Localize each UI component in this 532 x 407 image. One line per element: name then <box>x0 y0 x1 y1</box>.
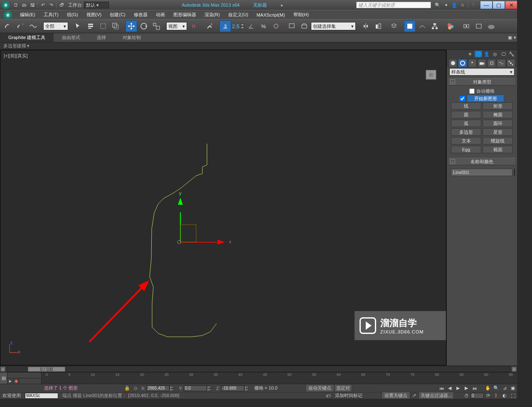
btn-arc[interactable]: 弧 <box>451 120 481 127</box>
qat-save-icon[interactable]: 🖫 <box>28 1 37 9</box>
ribbon-minimize-icon[interactable]: ▣ ▾ <box>507 35 517 40</box>
next-frame-icon[interactable]: ▶ <box>463 385 470 392</box>
cp-sun-icon[interactable]: ☀ <box>466 51 474 57</box>
btn-text[interactable]: 文本 <box>451 137 481 145</box>
btn-ngon[interactable]: 多边形 <box>451 128 481 136</box>
menu-modifiers[interactable]: 修改器 <box>130 12 152 18</box>
zoom-region-icon[interactable]: ▣ <box>509 385 517 392</box>
named-selection-dropdown[interactable]: 创建选择集▾ <box>311 22 356 30</box>
btn-donut[interactable]: 圆环 <box>483 120 513 127</box>
ref-coord-dropdown[interactable]: 视图▾ <box>166 22 187 30</box>
cp-person-icon[interactable]: 👤 <box>483 51 490 57</box>
ribbon-panel-label[interactable]: 多边形建模▾ <box>0 42 517 50</box>
select-window-icon[interactable] <box>110 20 121 32</box>
menu-grapheditors[interactable]: 图形编辑器 <box>169 12 200 18</box>
trackbar-expand-icon[interactable]: ▸ <box>7 378 13 384</box>
autogrid-checkbox[interactable] <box>469 88 475 94</box>
signin-icon[interactable]: 👤 <box>450 1 458 9</box>
timeslider-next-icon[interactable]: > <box>511 366 517 372</box>
frame-indicator[interactable]: 0 / 100 <box>28 367 65 372</box>
render-frame-icon[interactable] <box>473 20 485 32</box>
snap-toggle-icon[interactable]: 3 <box>219 20 231 32</box>
menu-edit[interactable]: 编辑(E) <box>16 12 39 18</box>
qat-open-icon[interactable]: 🗁 <box>20 1 28 9</box>
trackbar-toggle-icon[interactable]: ▤ <box>0 373 7 384</box>
btn-line[interactable]: 线 <box>451 102 481 110</box>
nav-fov-icon[interactable]: ◐ <box>501 392 508 399</box>
help-icon[interactable]: ? <box>469 1 477 9</box>
menu-help[interactable]: 帮助(H) <box>289 12 313 18</box>
cp-tab-helpers-icon[interactable] <box>487 59 496 67</box>
coord-x[interactable]: 2865.426 <box>146 385 170 391</box>
search-input[interactable]: 键入关键字或矩语 <box>356 2 431 8</box>
qat-undo-icon[interactable]: ↶ <box>39 1 47 9</box>
lock-selection-icon[interactable]: 🔒 <box>123 385 131 392</box>
curve-editor-icon[interactable] <box>416 20 428 32</box>
cp-globe-icon[interactable]: 🌐 <box>475 51 482 57</box>
selection-filter-dropdown[interactable]: 全部▾ <box>43 22 68 30</box>
graphite-toggle-icon[interactable] <box>404 20 416 32</box>
move-icon[interactable] <box>126 20 137 32</box>
current-frame[interactable]: 0 <box>470 393 484 399</box>
object-name-input[interactable] <box>451 169 512 176</box>
minimize-button[interactable]: — <box>480 1 492 9</box>
layer-manager-icon[interactable] <box>388 20 400 32</box>
rollout-object-type[interactable]: -对象类型 <box>448 78 515 86</box>
time-config-icon[interactable]: ⏱ <box>463 392 470 399</box>
render-icon[interactable] <box>485 20 497 32</box>
schematic-view-icon[interactable] <box>429 20 441 32</box>
ribbon-tab-selection[interactable]: 选择 <box>89 33 114 42</box>
bind-spacewarp-icon[interactable] <box>27 20 39 32</box>
fov-icon[interactable]: ⊿ <box>501 385 508 392</box>
viewport[interactable]: [+][前][真实] x y 前 zx 溜溜自学ZIXUE.3 <box>0 50 446 365</box>
select-name-icon[interactable] <box>85 20 96 32</box>
coord-z[interactable]: -16.668 <box>221 385 244 391</box>
align-icon[interactable] <box>372 20 384 32</box>
view-cube[interactable]: 前 <box>424 67 438 82</box>
cp-tab-create-icon[interactable] <box>448 59 457 67</box>
select-icon[interactable] <box>72 20 84 32</box>
angle-snap-value[interactable]: 2.5▴▾ <box>232 23 244 29</box>
render-setup-icon[interactable] <box>461 20 472 32</box>
pan-icon[interactable]: ✋ <box>484 385 492 392</box>
timetag-icon[interactable]: 🏷 <box>325 392 332 399</box>
trackbar-key-icon[interactable]: ◆ <box>13 378 19 384</box>
cp-category-dropdown[interactable]: 样条线▾ <box>449 68 515 76</box>
nav-walk-icon[interactable]: 🚶 <box>493 392 500 399</box>
ribbon-tab-paint[interactable]: 对象绘制 <box>114 33 149 42</box>
startnew-button[interactable]: 开始新图形 <box>467 95 504 102</box>
autokey-button[interactable]: 自动关键点 <box>305 384 334 392</box>
app-icon[interactable]: e <box>2 1 10 9</box>
qat-new-icon[interactable]: 🗋 <box>12 1 20 9</box>
coord-y[interactable]: 0.0 <box>184 385 207 391</box>
unlink-icon[interactable] <box>15 20 27 32</box>
pivot-center-icon[interactable] <box>188 20 200 32</box>
menu-customize[interactable]: 自定义(U) <box>224 12 252 18</box>
menu-animation[interactable]: 动画 <box>152 12 169 18</box>
key-mode-icon[interactable]: ↗ <box>411 392 418 399</box>
selected-button[interactable]: 选定对 <box>334 384 352 392</box>
rollout-name-color[interactable]: -名称和颜色 <box>448 158 515 165</box>
cp-wrench-icon[interactable]: 🔧 <box>508 51 515 57</box>
cp-tab-spacewar-icon[interactable] <box>497 59 505 67</box>
timeslider-track[interactable]: 0 / 100 <box>7 366 510 372</box>
edit-named-sel-icon[interactable] <box>286 20 298 32</box>
add-timetag[interactable]: 添加时间标记 <box>332 392 365 399</box>
goto-start-icon[interactable]: ⏮ <box>438 385 445 392</box>
btn-section[interactable]: 截面 <box>483 146 513 153</box>
zoom-icon[interactable]: 🔍 <box>493 385 500 392</box>
setkey-button[interactable]: 设置关键点 <box>382 392 410 399</box>
btn-egg[interactable]: Egg <box>451 146 481 153</box>
cp-target-icon[interactable]: ◎ <box>491 51 499 57</box>
scale-icon[interactable] <box>150 20 162 32</box>
link-icon[interactable] <box>2 20 14 32</box>
qat-redo-icon[interactable]: ↷ <box>47 1 55 9</box>
menu-group[interactable]: 组(G) <box>63 12 82 18</box>
menu-create[interactable]: 创建(C) <box>106 12 129 18</box>
btn-star[interactable]: 星形 <box>483 128 513 136</box>
cp-monitor-icon[interactable]: 🖵 <box>500 51 507 57</box>
goto-end-icon[interactable]: ⏭ <box>471 385 478 392</box>
qat-link-icon[interactable]: 🗗 <box>57 1 66 9</box>
mirror-icon[interactable] <box>360 20 372 32</box>
menu-rendering[interactable]: 渲染(R) <box>200 12 224 18</box>
